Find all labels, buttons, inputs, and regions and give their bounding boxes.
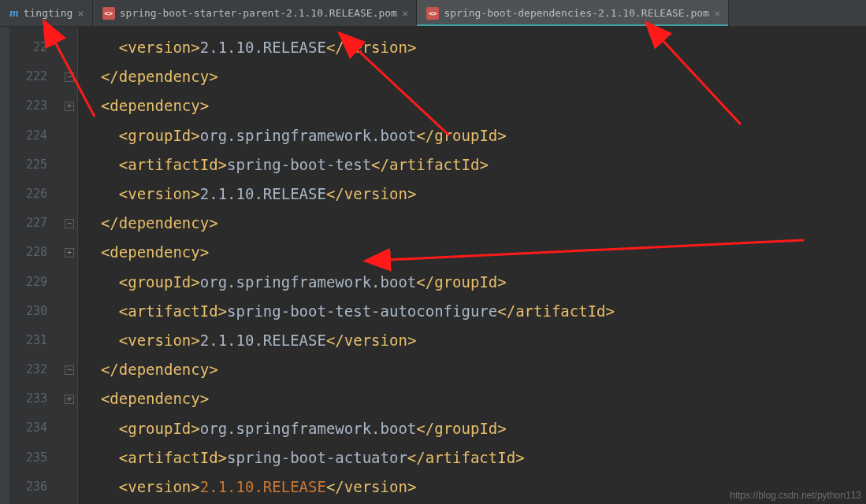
fold-strip: −+−+−+ (61, 27, 77, 504)
fold-expand-icon[interactable]: + (65, 395, 74, 404)
code-line: <groupId>org.springframework.boot</group… (83, 121, 866, 150)
code-line: <version>2.1.10.RELEASE</version> (83, 180, 866, 209)
line-number: 22 (9, 33, 61, 62)
tab-bar: mtingting×spring-boot-starter-parent-2.1… (0, 0, 866, 27)
editor: 2222222322422522622722822923023123223323… (0, 27, 866, 504)
line-number: 229 (9, 268, 61, 297)
line-number: 224 (9, 121, 61, 150)
fold-gutter-cell: − (61, 355, 77, 384)
line-number: 226 (9, 180, 61, 209)
fold-expand-icon[interactable]: + (65, 248, 74, 258)
code-line: </dependency> (83, 355, 866, 384)
line-number: 222 (9, 62, 61, 91)
line-number: 228 (9, 238, 61, 267)
code-line: <dependency> (83, 91, 866, 120)
line-number: 235 (9, 443, 61, 472)
code-line: <dependency> (83, 238, 866, 267)
xml-file-icon (102, 7, 115, 20)
line-number: 223 (9, 91, 61, 120)
line-number: 230 (9, 297, 61, 326)
code-line: <artifactId>spring-boot-test</artifactId… (83, 150, 866, 180)
line-number: 233 (9, 384, 61, 413)
fold-gutter-cell: + (61, 238, 77, 267)
line-number: 234 (9, 413, 61, 443)
fold-gutter-cell (61, 326, 77, 355)
code-area[interactable]: <version>2.1.10.RELEASE</version> </depe… (78, 27, 866, 504)
tab-2[interactable]: spring-boot-dependencies-2.1.10.RELEASE.… (417, 0, 729, 26)
tab-label: spring-boot-starter-parent-2.1.10.RELEAS… (120, 7, 397, 19)
fold-collapse-icon[interactable]: − (65, 365, 74, 375)
fold-gutter-cell (61, 121, 77, 150)
fold-gutter-cell: + (61, 91, 77, 120)
fold-gutter-cell (61, 268, 77, 297)
code-line: <groupId>org.springframework.boot</group… (83, 414, 866, 443)
code-line: <artifactId>spring-boot-actuator</artifa… (83, 443, 866, 472)
tab-label: tingting (24, 7, 73, 19)
fold-collapse-icon[interactable]: − (65, 219, 74, 228)
close-icon[interactable]: × (402, 8, 408, 19)
gutter: 2222222322422522622722822923023123223323… (9, 27, 61, 504)
tab-1[interactable]: spring-boot-starter-parent-2.1.10.RELEAS… (93, 0, 418, 26)
fold-gutter-cell (61, 472, 77, 502)
watermark: https://blog.csdn.net/python113 (730, 490, 861, 501)
fold-gutter-cell: + (61, 384, 77, 413)
fold-gutter-cell (61, 297, 77, 326)
fold-gutter-cell (61, 180, 77, 209)
fold-gutter-cell (61, 33, 77, 62)
left-strip (0, 27, 9, 504)
fold-expand-icon[interactable]: + (65, 102, 74, 111)
fold-gutter-cell (61, 443, 77, 472)
code-line: <version>2.1.10.RELEASE</version> (83, 326, 866, 355)
close-icon[interactable]: × (77, 8, 84, 19)
code-line: <version>2.1.10.RELEASE</version> (83, 33, 866, 62)
fold-gutter-cell (61, 413, 77, 443)
line-number: 236 (9, 472, 61, 502)
line-number: 231 (9, 326, 61, 355)
tab-label: spring-boot-dependencies-2.1.10.RELEASE.… (444, 7, 709, 19)
code-line: <groupId>org.springframework.boot</group… (83, 268, 866, 297)
line-number: 232 (9, 355, 61, 384)
close-icon[interactable]: × (714, 8, 720, 19)
fold-gutter-cell: − (61, 209, 77, 238)
fold-gutter-cell: − (61, 62, 77, 91)
fold-gutter-cell (61, 150, 77, 180)
tab-0[interactable]: mtingting× (0, 0, 93, 26)
line-number: 227 (9, 209, 61, 238)
code-line: <dependency> (83, 384, 866, 413)
maven-icon: m (9, 6, 19, 20)
xml-file-icon (426, 7, 439, 20)
line-number: 225 (9, 150, 61, 180)
code-line: </dependency> (83, 209, 866, 238)
code-line: </dependency> (83, 62, 866, 91)
fold-collapse-icon[interactable]: − (65, 72, 74, 82)
code-line: <artifactId>spring-boot-test-autoconfigu… (83, 297, 866, 326)
